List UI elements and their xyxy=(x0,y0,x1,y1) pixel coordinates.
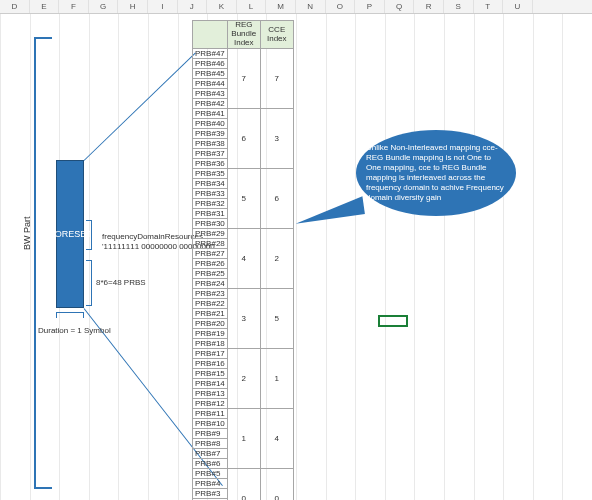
prb-cell[interactable]: PRB#4 xyxy=(193,479,228,489)
prb-cell[interactable]: PRB#22 xyxy=(193,299,228,309)
prb-cell[interactable]: PRB#29 xyxy=(193,229,228,239)
prb-cell[interactable]: PRB#36 xyxy=(193,159,228,169)
prb-cell[interactable]: PRB#39 xyxy=(193,129,228,139)
prb-cell[interactable]: PRB#11 xyxy=(193,409,228,419)
prb-cell[interactable]: PRB#28 xyxy=(193,239,228,249)
prb-cell[interactable]: PRB#7 xyxy=(193,449,228,459)
callout-tail xyxy=(293,196,365,224)
freq-side-brace xyxy=(86,220,92,250)
col-header-P[interactable]: P xyxy=(355,0,385,13)
prb-cell[interactable]: PRB#9 xyxy=(193,429,228,439)
cce-index-cell[interactable]: 0 xyxy=(260,469,293,501)
prb-cell[interactable]: PRB#42 xyxy=(193,99,228,109)
cce-index-cell[interactable]: 3 xyxy=(260,109,293,169)
coreset-box: CORESET xyxy=(56,160,84,308)
prb-cell[interactable]: PRB#10 xyxy=(193,419,228,429)
cce-index-cell[interactable]: 1 xyxy=(260,349,293,409)
prb-cell[interactable]: PRB#30 xyxy=(193,219,228,229)
reg-index-cell[interactable]: 6 xyxy=(227,109,260,169)
bw-part-label: BW Part xyxy=(22,216,32,250)
selected-cell[interactable] xyxy=(378,315,408,327)
reg-index-cell[interactable]: 1 xyxy=(227,409,260,469)
prb-cell[interactable]: PRB#25 xyxy=(193,269,228,279)
col-header-L[interactable]: L xyxy=(237,0,267,13)
prb-cell[interactable]: PRB#27 xyxy=(193,249,228,259)
prb-cell[interactable]: PRB#18 xyxy=(193,339,228,349)
prb-cell[interactable]: PRB#15 xyxy=(193,369,228,379)
prb-cell[interactable]: PRB#40 xyxy=(193,119,228,129)
duration-brace xyxy=(56,312,84,318)
col-header-N[interactable]: N xyxy=(296,0,326,13)
prb-cell[interactable]: PRB#13 xyxy=(193,389,228,399)
col-header-I[interactable]: I xyxy=(148,0,178,13)
prb-cell[interactable]: PRB#46 xyxy=(193,59,228,69)
prb-cell[interactable]: PRB#45 xyxy=(193,69,228,79)
cce-index-cell[interactable]: 4 xyxy=(260,409,293,469)
duration-label: Duration = 1 Symbol xyxy=(38,326,111,336)
cce-index-cell[interactable]: 2 xyxy=(260,229,293,289)
col-header-O[interactable]: O xyxy=(326,0,356,13)
prb-cell[interactable]: PRB#23 xyxy=(193,289,228,299)
col-header-Q[interactable]: Q xyxy=(385,0,415,13)
prb-cell[interactable]: PRB#6 xyxy=(193,459,228,469)
table-row: PRB#2335 xyxy=(193,289,294,299)
col-header-U[interactable]: U xyxy=(503,0,533,13)
prb-cell[interactable]: PRB#41 xyxy=(193,109,228,119)
prb-cell[interactable]: PRB#8 xyxy=(193,439,228,449)
prb-cell[interactable]: PRB#5 xyxy=(193,469,228,479)
col-header-H[interactable]: H xyxy=(118,0,148,13)
cce-index-cell[interactable]: 7 xyxy=(260,49,293,109)
col-header-G[interactable]: G xyxy=(89,0,119,13)
prb-cell[interactable]: PRB#14 xyxy=(193,379,228,389)
connector-top xyxy=(84,52,196,160)
prb-cell[interactable]: PRB#33 xyxy=(193,189,228,199)
spreadsheet-sheet: DEFGHIJKLMNOPQRSTU BW Part CORESET frequ… xyxy=(0,0,592,500)
col-header-D[interactable]: D xyxy=(0,0,30,13)
th-prb xyxy=(193,21,228,49)
cce-index-cell[interactable]: 5 xyxy=(260,289,293,349)
reg-index-cell[interactable]: 0 xyxy=(227,469,260,501)
col-header-E[interactable]: E xyxy=(30,0,60,13)
th-cce: CCE Index xyxy=(260,21,293,49)
col-header-T[interactable]: T xyxy=(474,0,504,13)
prbs-label: 8*6=48 PRBS xyxy=(96,278,146,288)
prb-cell[interactable]: PRB#31 xyxy=(193,209,228,219)
prb-cell[interactable]: PRB#26 xyxy=(193,259,228,269)
prb-cell[interactable]: PRB#34 xyxy=(193,179,228,189)
col-header-R[interactable]: R xyxy=(414,0,444,13)
prb-cell[interactable]: PRB#12 xyxy=(193,399,228,409)
prb-cell[interactable]: PRB#37 xyxy=(193,149,228,159)
col-header-K[interactable]: K xyxy=(207,0,237,13)
prb-cell[interactable]: PRB#38 xyxy=(193,139,228,149)
prb-cell[interactable]: PRB#43 xyxy=(193,89,228,99)
col-header-J[interactable]: J xyxy=(178,0,208,13)
col-header-S[interactable]: S xyxy=(444,0,474,13)
prb-cell[interactable]: PRB#24 xyxy=(193,279,228,289)
col-header-M[interactable]: M xyxy=(266,0,296,13)
prb-cell[interactable]: PRB#21 xyxy=(193,309,228,319)
table-row: PRB#4163 xyxy=(193,109,294,119)
reg-index-cell[interactable]: 2 xyxy=(227,349,260,409)
cce-index-cell[interactable]: 6 xyxy=(260,169,293,229)
prb-cell[interactable]: PRB#44 xyxy=(193,79,228,89)
col-header-F[interactable]: F xyxy=(59,0,89,13)
th-reg: REG Bundle Index xyxy=(227,21,260,49)
prb-cell[interactable]: PRB#3 xyxy=(193,489,228,499)
prb-cell[interactable]: PRB#19 xyxy=(193,329,228,339)
table-row: PRB#4777 xyxy=(193,49,294,59)
prb-cell[interactable]: PRB#47 xyxy=(193,49,228,59)
reg-index-cell[interactable]: 5 xyxy=(227,169,260,229)
prb-cell[interactable]: PRB#16 xyxy=(193,359,228,369)
prb-cell[interactable]: PRB#20 xyxy=(193,319,228,329)
table-row: PRB#2942 xyxy=(193,229,294,239)
prb-mapping-table: REG Bundle Index CCE Index PRB#4777PRB#4… xyxy=(192,20,294,500)
reg-index-cell[interactable]: 3 xyxy=(227,289,260,349)
callout-bubble: Unlike Non-Interleaved mapping cce-REG B… xyxy=(356,130,516,216)
prb-cell[interactable]: PRB#17 xyxy=(193,349,228,359)
bwpart-brace-top xyxy=(34,37,52,39)
prb-cell[interactable]: PRB#35 xyxy=(193,169,228,179)
prb-cell[interactable]: PRB#32 xyxy=(193,199,228,209)
reg-index-cell[interactable]: 4 xyxy=(227,229,260,289)
table-row: PRB#500 xyxy=(193,469,294,479)
reg-index-cell[interactable]: 7 xyxy=(227,49,260,109)
